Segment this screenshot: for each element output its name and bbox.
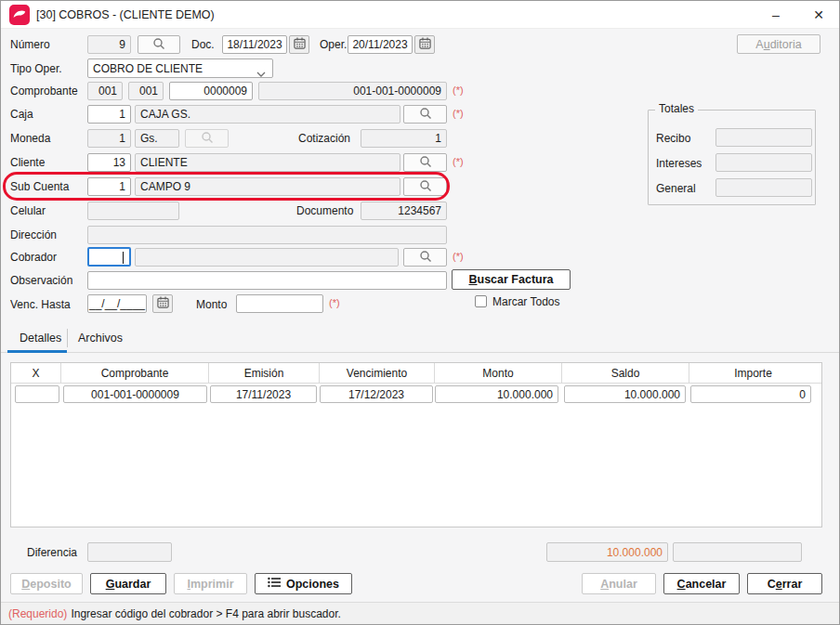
subcuenta-code-field[interactable]: 1 xyxy=(87,177,131,196)
caja-required-mark: (*) xyxy=(453,108,464,119)
direccion-label: Dirección xyxy=(10,228,57,241)
calendar-icon xyxy=(419,37,431,52)
grid-cell-vencimiento[interactable]: 17/12/2023 xyxy=(320,385,433,403)
auditoria-button: Auditoria xyxy=(737,34,820,54)
grid-header-importe: Importe xyxy=(689,363,817,383)
cliente-required-mark: (*) xyxy=(453,156,464,167)
diferencia-label: Diferencia xyxy=(27,546,77,559)
comprobante-label: Comprobante xyxy=(10,85,78,98)
imprimir-button: Imprimir xyxy=(174,573,247,594)
chevron-down-icon xyxy=(256,67,266,78)
title-bar: [30] COBROS - (CLIENTE DEMO) – ✕ xyxy=(1,1,839,29)
cancelar-button[interactable]: Cancelar xyxy=(663,573,740,594)
moneda-code-field: 1 xyxy=(87,129,131,148)
marcar-todos-label: Marcar Todos xyxy=(492,295,559,308)
deposito-button: Deposito xyxy=(10,573,83,594)
grid-header-vencimiento: Vencimiento xyxy=(320,363,435,383)
numero-field: 9 xyxy=(87,35,131,54)
cobrador-search-button[interactable] xyxy=(403,248,447,267)
caja-label: Caja xyxy=(10,108,33,121)
monto-label: Monto xyxy=(196,298,227,311)
buscar-factura-button[interactable]: Buscar Factura xyxy=(452,269,571,290)
cerrar-button[interactable]: Cerrar xyxy=(747,573,822,594)
doc-label: Doc. xyxy=(191,38,215,51)
total-importe-field: 10.000.000 xyxy=(546,542,668,562)
cobrador-code-field[interactable] xyxy=(87,247,131,267)
cobrador-required-mark: (*) xyxy=(453,251,464,262)
cliente-code-field[interactable]: 13 xyxy=(87,153,131,172)
close-icon: ✕ xyxy=(813,7,824,22)
app-logo-icon xyxy=(9,5,30,25)
monto-field[interactable] xyxy=(236,294,323,313)
grid-cell-saldo[interactable]: 10.000.000 xyxy=(564,385,686,403)
observacion-label: Observación xyxy=(10,274,72,287)
grid-header-emision: Emisión xyxy=(209,363,320,383)
direccion-field xyxy=(87,226,447,244)
tab-detalles[interactable]: Detalles xyxy=(20,332,61,345)
comprobante-required-mark: (*) xyxy=(453,85,464,96)
tab-archivos[interactable]: Archivos xyxy=(78,332,123,345)
celular-field xyxy=(87,202,179,220)
cliente-search-button[interactable] xyxy=(403,153,447,172)
recibo-field xyxy=(715,128,812,147)
numero-search-button[interactable] xyxy=(138,35,180,54)
venc-hasta-calendar-button[interactable] xyxy=(152,294,173,313)
comprobante-completo-field: 001-001-0000009 xyxy=(258,82,447,100)
cliente-label: Cliente xyxy=(10,156,45,169)
grid-cell-comprobante[interactable]: 001-001-0000009 xyxy=(63,385,207,403)
subcuenta-search-button[interactable] xyxy=(403,177,447,196)
total-extra-field xyxy=(673,542,802,562)
grid-header-comprobante: Comprobante xyxy=(61,363,209,383)
opciones-button[interactable]: Opciones xyxy=(255,573,352,594)
documento-field: 1234567 xyxy=(361,202,447,220)
comprobante-sucursal-field: 001 xyxy=(87,82,123,100)
text-caret xyxy=(123,252,124,264)
grid-header-x: X xyxy=(11,363,61,383)
grid-header-monto: Monto xyxy=(435,363,562,383)
cotizacion-field: 1 xyxy=(361,129,447,148)
oper-calendar-button[interactable] xyxy=(414,35,435,54)
calendar-icon xyxy=(157,296,169,311)
general-field xyxy=(715,178,812,197)
oper-date-field[interactable]: 20/11/2023 xyxy=(348,35,413,54)
comprobante-numero-field[interactable]: 0000009 xyxy=(169,82,253,100)
grid-cell-monto[interactable]: 10.000.000 xyxy=(435,385,558,403)
tipo-oper-dropdown[interactable]: COBRO DE CLIENTE xyxy=(87,59,273,78)
subcuenta-desc-field: CAMPO 9 xyxy=(135,177,400,196)
intereses-label: Intereses xyxy=(656,157,702,170)
grid-cell-x[interactable] xyxy=(15,385,59,403)
close-button[interactable]: ✕ xyxy=(798,1,839,29)
status-message: Ingresar código del cobrador > F4 para a… xyxy=(71,607,341,620)
search-icon xyxy=(419,155,432,171)
list-icon xyxy=(268,577,281,591)
doc-calendar-button[interactable] xyxy=(289,35,309,54)
observacion-field[interactable] xyxy=(87,271,447,290)
venc-hasta-label: Venc. Hasta xyxy=(10,298,71,311)
caja-code-field[interactable]: 1 xyxy=(87,105,131,124)
search-icon xyxy=(152,37,165,53)
grid-cell-emision[interactable]: 17/11/2023 xyxy=(210,385,317,403)
documento-label: Documento xyxy=(296,204,353,217)
grid-cell-importe[interactable]: 0 xyxy=(690,385,811,403)
doc-date-field[interactable]: 18/11/2023 xyxy=(222,35,287,54)
comprobante-punto-field: 001 xyxy=(128,82,164,100)
tipo-oper-label: Tipo Oper. xyxy=(10,62,62,75)
totales-groupbox: Totales Recibo Intereses General xyxy=(648,110,816,205)
window-title: [30] COBROS - (CLIENTE DEMO) xyxy=(36,1,215,29)
moneda-search-button xyxy=(185,129,229,148)
recibo-label: Recibo xyxy=(656,132,690,145)
moneda-label: Moneda xyxy=(10,132,50,145)
caja-search-button[interactable] xyxy=(403,105,447,124)
detalles-grid: X Comprobante Emisión Vencimiento Monto … xyxy=(10,362,822,527)
status-required-tag: (Requerido) xyxy=(8,607,67,620)
caja-desc-field: CAJA GS. xyxy=(135,105,400,124)
tab-active-underline xyxy=(7,350,67,353)
status-bar: (Requerido) Ingresar código del cobrador… xyxy=(1,602,839,625)
marcar-todos-checkbox[interactable] xyxy=(475,295,487,307)
minimize-button[interactable]: – xyxy=(755,1,796,29)
tabbar-line xyxy=(1,352,840,353)
venc-hasta-field[interactable]: __/__/____ xyxy=(87,294,147,313)
guardar-button[interactable]: Guardar xyxy=(90,573,166,594)
cobrador-desc-field xyxy=(135,248,399,267)
search-icon xyxy=(419,179,432,195)
